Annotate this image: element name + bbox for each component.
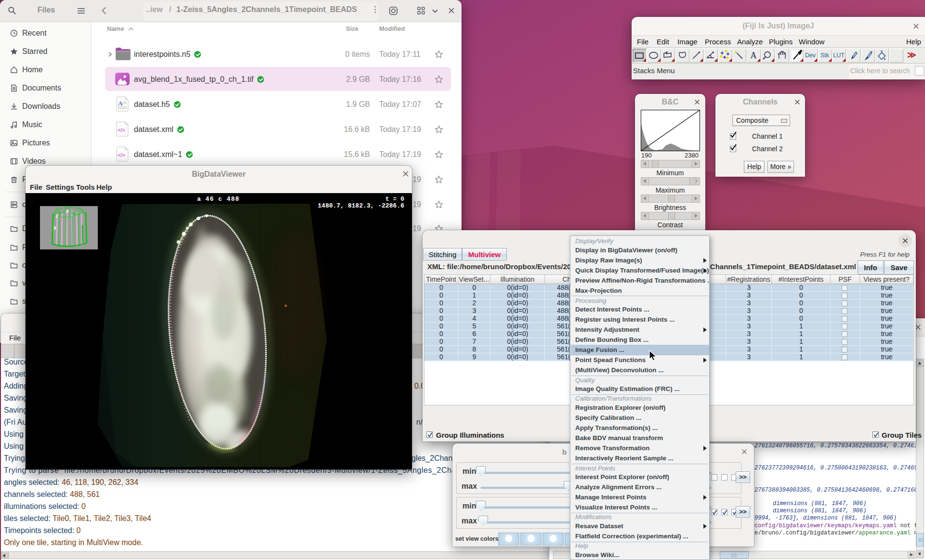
svg-text:A: A (750, 51, 756, 60)
svg-text:A: A (118, 100, 123, 107)
svg-text:Stk: Stk (820, 52, 830, 59)
svg-text:1480.7, 8182.3, -2286.6: 1480.7, 8182.3, -2286.6 (318, 202, 405, 209)
svg-text:LUT: LUT (833, 52, 845, 59)
svg-text:</>: </> (118, 127, 125, 133)
svg-text:x: x (66, 209, 69, 214)
svg-text:t = 0: t = 0 (385, 195, 404, 203)
svg-text:Dev: Dev (805, 52, 816, 59)
svg-text:z: z (55, 214, 58, 219)
svg-text:</>: </> (118, 152, 125, 158)
svg-text:y: y (53, 225, 56, 231)
svg-text:a 46 c 488: a 46 c 488 (197, 195, 239, 203)
